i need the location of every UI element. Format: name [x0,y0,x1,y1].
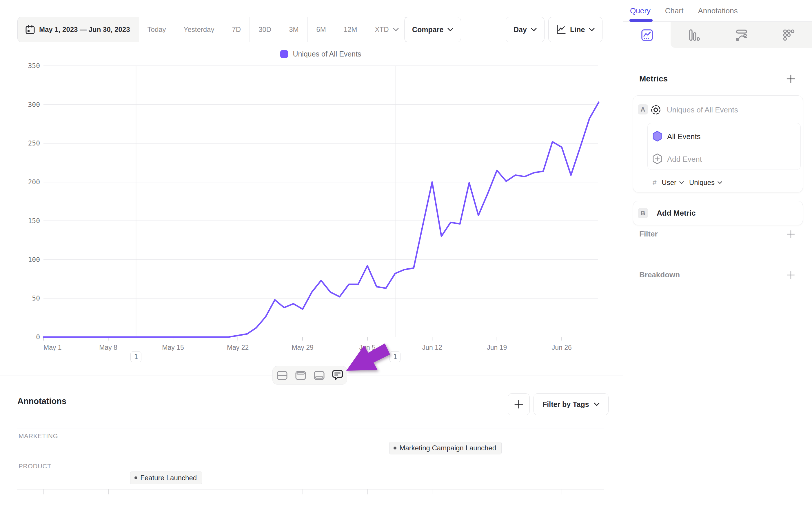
dots-grid-icon [783,29,795,41]
row-divider [17,429,604,429]
y-axis-label: 300 [28,101,40,108]
event-row-all-events[interactable]: All Events [648,131,800,142]
annotations-toggle-button[interactable] [328,366,347,384]
timeline-tick [173,489,173,494]
plus-icon [514,400,523,409]
insights-line-icon [641,29,653,41]
metric-b-card[interactable]: B Add Metric [633,201,803,225]
add-event-hexagon-icon [652,153,663,164]
timeline-tick [432,489,432,494]
x-axis-label: May 1 [43,344,62,351]
metric-a-card: A Uniques of All Events [633,95,803,192]
chart-type-bar-tab[interactable] [670,22,718,48]
y-axis-label: 250 [28,140,40,147]
filter-by-tags-button[interactable]: Filter by Tags [534,393,609,415]
bar-chart-icon [689,29,700,41]
y-axis-label: 50 [32,294,40,302]
plus-icon [786,74,796,83]
aggregation-label: Uniques [689,178,715,187]
tab-annotations[interactable]: Annotations [698,6,737,15]
query-sidebar: Query Chart Annotations [623,0,812,506]
event-label: All Events [667,132,701,141]
add-event-label: Add Event [667,155,702,164]
timeline-tick [302,489,303,494]
active-tab-underline [629,19,653,22]
metric-b-badge: B [638,208,648,218]
plus-icon [787,271,795,279]
metric-settings-icon[interactable] [651,105,661,115]
chevron-down-icon [594,403,600,406]
annotation-count-badge[interactable]: 1 [130,351,142,362]
chart-type-flow-tab[interactable] [718,22,765,48]
entity-label: User [661,178,676,187]
x-axis-label: Jun 26 [552,344,572,351]
annotation-category-label: MARKETING [18,432,58,440]
annotations-title: Annotations [17,397,66,406]
x-axis-label: Jun 19 [487,344,507,351]
tab-query[interactable]: Query [630,6,651,15]
chevron-down-icon [679,181,684,184]
chart-canvas[interactable]: 050100150200250300350May 1May 8May 15May… [0,0,623,365]
aggregation-select[interactable]: Uniques [689,178,722,187]
x-axis-label: May 29 [291,344,313,351]
filter-section-label: Filter [639,230,658,239]
event-selector-card: All Events Add Event [647,123,801,170]
flow-icon [735,29,748,41]
y-axis-label: 200 [28,178,40,186]
x-axis-label: Jun 5 [359,344,376,351]
y-axis-label: 0 [36,333,40,341]
annotation-dot [393,446,396,449]
comment-icon [332,370,343,381]
x-axis-label: Jun 12 [422,344,442,351]
layout-bottom-panel-button[interactable] [310,366,328,384]
y-axis-label: 100 [28,256,40,263]
tab-chart[interactable]: Chart [665,6,684,15]
x-axis-label: May 8 [99,344,117,351]
annotations-timeline-axis [17,489,604,490]
insights-report: May 1, 2023 — Jun 30, 2023 TodayYesterda… [0,0,812,506]
entity-select[interactable]: User [661,178,684,187]
layout-split-rows-button[interactable] [273,366,291,384]
sidebar-tabs: Query Chart Annotations [623,0,812,22]
plus-icon [787,230,795,239]
add-filter-button[interactable] [786,229,796,239]
chart-layout-toolbar [272,366,347,385]
add-metric-plus-button[interactable] [786,74,796,84]
timeline-tick [367,489,368,494]
layout-top-panel-button[interactable] [291,366,310,384]
count-prefix: # [653,178,656,187]
annotation-category-label: PRODUCT [18,462,51,470]
add-event-row[interactable]: Add Event [648,153,800,165]
filter-by-tags-label: Filter by Tags [542,400,589,409]
row-divider [17,459,604,459]
add-annotation-button[interactable] [508,393,530,415]
annotation-count-badge[interactable]: 1 [389,351,400,362]
timeline-tick [43,489,44,494]
event-hexagon-icon [652,131,663,142]
y-axis-label: 150 [28,217,40,225]
chart-type-retention-tab[interactable] [765,22,812,48]
breakdown-section-label: Breakdown [639,270,680,279]
chart-type-insights-tab[interactable] [623,22,670,48]
add-metric-label: Add Metric [657,209,696,218]
chevron-down-icon [718,181,722,184]
metric-a-header[interactable]: A Uniques of All Events [633,104,803,115]
annotation-chip-label: Feature Launched [140,474,197,482]
x-axis-label: May 15 [162,344,184,351]
timeline-tick [108,489,109,494]
annotation-chip[interactable]: Marketing Campaign Launched [389,442,502,454]
annotation-chip[interactable]: Feature Launched [130,472,202,484]
chart-type-strip [623,22,812,48]
metrics-title: Metrics [639,74,668,83]
aggregation-row: # User Uniques [653,178,722,187]
timeline-tick [238,489,238,494]
metric-a-badge: A [638,104,648,114]
add-breakdown-button[interactable] [786,270,796,280]
timeline-tick [497,489,497,494]
series-line[interactable] [43,102,599,337]
report-canvas: May 1, 2023 — Jun 30, 2023 TodayYesterda… [0,0,623,506]
x-axis-label: May 22 [227,344,249,351]
annotation-chip-label: Marketing Campaign Launched [399,444,496,452]
metric-a-label: Uniques of All Events [667,105,738,114]
annotation-dot [134,477,138,479]
